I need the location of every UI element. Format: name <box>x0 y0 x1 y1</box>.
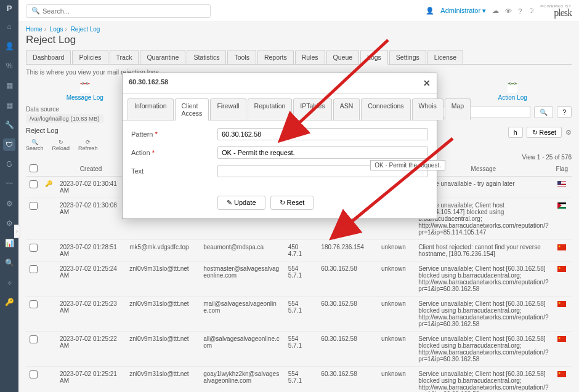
table-row[interactable]: 2023-07-02 01:25:23 AMznl0v9m31slo@ttt.n… <box>26 297 572 332</box>
mini-refresh[interactable]: ⟳Refresh <box>78 139 98 151</box>
plesk-p-logo[interactable]: P <box>7 4 12 13</box>
code-icon[interactable]: ⟐ <box>3 276 15 289</box>
tab-tools[interactable]: Tools <box>227 50 256 64</box>
sliders-icon[interactable]: ⚙ <box>3 217 15 230</box>
flag-icon <box>557 371 566 377</box>
tab-queue[interactable]: Queue <box>326 50 360 64</box>
tab-rules[interactable]: Rules <box>295 50 325 64</box>
server-icon[interactable]: ▦ <box>3 79 15 92</box>
action-tooltip: OK - Permit the request. <box>370 160 445 170</box>
modal-tab-whois[interactable]: Whois <box>412 98 443 120</box>
table-row[interactable]: 2023-07-02 01:25:22 AMznl0v9m31slo@ttt.n… <box>26 332 572 367</box>
admin-menu[interactable]: Administrator ▾ <box>440 7 486 15</box>
client-access-modal: 60.30.162.58 ✕ InformationClient AccessF… <box>122 73 437 219</box>
column-header[interactable] <box>26 162 41 177</box>
row-checkbox[interactable] <box>30 300 38 308</box>
key-icon: 🔑 <box>45 180 52 187</box>
tab-statistics[interactable]: Statistics <box>187 50 226 64</box>
column-header[interactable]: Created <box>56 162 126 177</box>
flag-icon <box>557 301 566 307</box>
chart-icon[interactable]: 📊 <box>3 237 15 249</box>
row-checkbox[interactable] <box>30 335 38 343</box>
text-label: Text <box>131 167 217 175</box>
breadcrumb: Home› Logs› Reject Log <box>26 26 572 33</box>
data-source: Data source /var/log/maillog (10.83 MB) <box>26 106 103 123</box>
wave-icon[interactable]: 〰 <box>3 178 15 190</box>
topbar: 🔍 👤 Administrator ▾ ☁ 👁 ? ☽ POWERED BY p… <box>18 0 579 22</box>
plesk-logo: plesk <box>540 8 572 18</box>
mini-reload[interactable]: ↻Reload <box>52 139 70 151</box>
cloud-icon[interactable]: ☁ <box>492 7 499 15</box>
filter-help-button[interactable]: ? <box>557 106 572 118</box>
tab-settings[interactable]: Settings <box>389 50 426 64</box>
home-icon[interactable]: ⌂ <box>3 20 15 33</box>
modal-tab-map[interactable]: Map <box>445 98 471 120</box>
breadcrumb-reject[interactable]: Reject Log <box>71 26 100 33</box>
modal-tab-client-access[interactable]: Client Access <box>175 98 209 121</box>
modal-tab-reputation[interactable]: Reputation <box>248 98 293 120</box>
row-checkbox[interactable] <box>30 265 38 273</box>
modal-tab-connections[interactable]: Connections <box>361 98 410 120</box>
row-checkbox[interactable] <box>30 202 38 210</box>
section-gear-icon[interactable]: ⚙ <box>565 129 572 137</box>
gear-icon[interactable]: ⚙ <box>3 198 15 210</box>
row-checkbox[interactable] <box>30 370 38 378</box>
flag-icon <box>557 202 566 209</box>
page-title: Reject Log <box>26 34 572 46</box>
action-select[interactable]: OK - Permit the request. <box>217 146 428 159</box>
row-checkbox[interactable] <box>30 244 38 252</box>
shield-icon[interactable]: 🛡 <box>3 138 15 151</box>
wrench-icon[interactable]: 🔧 <box>3 119 15 131</box>
search-icon: 🔍 <box>31 7 40 15</box>
modal-reset-button[interactable]: ↻ Reset <box>270 196 314 210</box>
tab-license[interactable]: License <box>427 50 463 64</box>
user-icon[interactable]: 👤 <box>3 40 15 52</box>
flag-icon <box>557 244 566 250</box>
table-row[interactable]: 2023-07-02 01:28:51 AMmk5@mk.vdgsdfc.top… <box>26 240 572 262</box>
modal-tab-asn[interactable]: ASN <box>333 98 360 120</box>
modal-title: 60.30.162.58 <box>129 78 168 88</box>
column-header[interactable] <box>41 162 56 177</box>
filter-search-button[interactable]: 🔍 <box>534 106 553 118</box>
breadcrumb-logs[interactable]: Logs <box>50 26 63 33</box>
grid-icon[interactable]: ▦ <box>3 99 15 111</box>
left-sidebar: P ⌂ 👤 % ▦ ▦ 🔧 🛡 G 〰 ⚙ ⚙ 📊 🔍 ⟐ 🔑 › <box>0 0 18 392</box>
search-input[interactable] <box>43 7 205 15</box>
tab-reports[interactable]: Reports <box>257 50 294 64</box>
percent-icon[interactable]: % <box>3 60 15 72</box>
update-button[interactable]: ✎ Update <box>217 196 265 210</box>
modal-close-icon[interactable]: ✕ <box>423 78 431 88</box>
pattern-input[interactable] <box>217 128 428 140</box>
moon-icon[interactable]: ☽ <box>528 7 534 15</box>
tab-track[interactable]: Track <box>110 50 139 64</box>
logtype-action-log[interactable]: Action Log <box>454 82 572 101</box>
search-rail-icon[interactable]: 🔍 <box>3 257 15 269</box>
key-rail-icon[interactable]: 🔑 <box>3 296 15 308</box>
user-small-icon: 👤 <box>426 7 434 15</box>
main-tabs: DashboardPoliciesTrackQuarantineStatisti… <box>26 50 572 65</box>
tab-logs[interactable]: Logs <box>360 50 388 65</box>
table-row[interactable]: 2023-07-02 01:25:24 AMznl0v9m31slo@ttt.n… <box>26 262 572 297</box>
modal-tab-firewall[interactable]: Firewall <box>210 98 246 120</box>
mini-search[interactable]: 🔍Search <box>26 139 44 151</box>
breadcrumb-home[interactable]: Home <box>26 26 43 33</box>
section-reset-button[interactable]: ↻ Reset <box>527 127 562 138</box>
tab-policies[interactable]: Policies <box>72 50 108 64</box>
tab-quarantine[interactable]: Quarantine <box>140 50 185 64</box>
globe-icon[interactable]: G <box>3 158 15 170</box>
select-all-checkbox[interactable] <box>30 164 38 172</box>
global-search[interactable]: 🔍 <box>26 4 211 18</box>
tab-dashboard[interactable]: Dashboard <box>26 50 71 64</box>
table-row[interactable]: 2023-07-02 01:25:21 AMznl0v9m31slo@ttt.n… <box>26 367 572 393</box>
eye-icon[interactable]: 👁 <box>505 7 512 15</box>
section-search-mini[interactable]: h <box>508 127 523 138</box>
modal-tab-information[interactable]: Information <box>128 98 174 120</box>
flag-icon <box>557 266 566 272</box>
flag-icon <box>557 336 566 342</box>
column-header[interactable]: Flag <box>553 162 572 177</box>
modal-tab-iptables[interactable]: IPTables <box>293 98 331 120</box>
row-checkbox[interactable] <box>30 180 38 188</box>
action-label: Action * <box>131 149 217 156</box>
help-icon[interactable]: ? <box>518 7 522 15</box>
pattern-label: Pattern * <box>131 130 217 138</box>
